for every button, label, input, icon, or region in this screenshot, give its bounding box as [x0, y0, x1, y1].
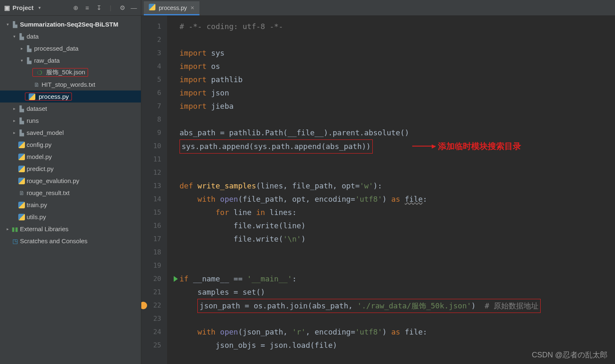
highlighted-code: sys.path.append(sys.path.append(abs_path… [180, 139, 373, 154]
code-text: './raw_data/服饰_50k.json' [357, 301, 471, 310]
tree-file-rouge-eval-py[interactable]: rouge_evalution.py [0, 175, 141, 187]
code-text: with [197, 327, 215, 336]
code-text: 'w' [360, 181, 374, 190]
scratches-icon: ◳ [11, 238, 19, 244]
code-content[interactable]: # -*- coding: utf-8 -*- import sys impor… [167, 16, 615, 364]
tree-folder-processed-data[interactable]: ▸ ▙ processed_data [0, 42, 141, 54]
code-text: as [391, 195, 400, 203]
code-text: file.write(line) [234, 221, 305, 230]
tree-label: processed_data [34, 45, 79, 52]
code-text: ) [471, 301, 485, 310]
tree-file-predict-py[interactable]: predict.py [0, 163, 141, 175]
tree-file-train-py[interactable]: train.py [0, 199, 141, 211]
project-label: Project [12, 4, 34, 11]
chevron-down-icon[interactable]: ▾ [18, 58, 25, 63]
code-text: , [305, 327, 315, 336]
hide-icon[interactable]: — [129, 3, 138, 12]
code-text: file.write( [234, 235, 283, 243]
tree-label: dataset [27, 105, 47, 112]
tree-label: Summarization-Seq2Seq-BiLSTM [20, 21, 118, 28]
collapse-icon[interactable]: ↧ [94, 3, 103, 12]
code-text: as [391, 327, 400, 336]
code-text: lines: [265, 208, 297, 217]
code-text: import [180, 75, 207, 84]
json-file-icon: ❍ [35, 69, 44, 76]
chevron-down-icon[interactable]: ▾ [11, 34, 17, 39]
tree-file-process-py[interactable]: process.py [0, 90, 141, 103]
annotation-text: 添加临时模块搜索目录 [438, 139, 521, 153]
tree-file-rouge-result-txt[interactable]: 🗎 rouge_result.txt [0, 187, 141, 199]
tree-folder-dataset[interactable]: ▸ ▙ dataset [0, 103, 141, 115]
tree-label: External Libraries [20, 225, 69, 232]
tree-label: train.py [27, 201, 47, 208]
watermark: CSDN @忍者の乱太郎 [532, 350, 608, 360]
code-text: import [180, 88, 207, 97]
tree-folder-data[interactable]: ▾ ▙ data [0, 30, 141, 42]
chevron-down-icon[interactable]: ▾ [4, 22, 11, 27]
tree-folder-raw-data[interactable]: ▾ ▙ raw_data [0, 54, 141, 66]
tree-file-model-py[interactable]: model.py [0, 151, 141, 163]
code-text: open [220, 327, 238, 336]
tree-label: utils.py [27, 213, 46, 220]
code-text: samples = set() [197, 288, 265, 296]
divider: | [106, 3, 115, 12]
project-dropdown[interactable]: ▣ Project ▼ [4, 4, 42, 12]
code-text: sys [211, 49, 225, 57]
code-text: with [197, 195, 215, 203]
code-text: json_path = os.path.join(abs_path, [199, 301, 357, 310]
tree-external-libraries[interactable]: ▸ ▮▮ External Libraries [0, 223, 141, 235]
editor-tab-process[interactable]: process.py ✕ [144, 1, 199, 15]
code-text: ) [382, 195, 391, 203]
tree-folder-runs[interactable]: ▸ ▙ runs [0, 115, 141, 127]
code-text: sys.path.append(sys.path.append(abs_path… [182, 142, 371, 151]
code-text: (json_path, [238, 327, 292, 336]
code-text: write_samples [197, 181, 256, 190]
tree-label: rouge_evalution.py [27, 177, 79, 184]
code-text: ) [301, 235, 306, 243]
tree-folder-saved-model[interactable]: ▸ ▙ saved_model [0, 127, 141, 139]
chevron-right-icon[interactable]: ▸ [11, 130, 17, 135]
chevron-right-icon[interactable]: ▸ [18, 46, 25, 51]
python-file-icon [149, 4, 155, 12]
close-icon[interactable]: ✕ [190, 5, 194, 11]
folder-icon: ▙ [17, 129, 26, 136]
annotation: 添加临时模块搜索目录 [412, 139, 521, 153]
code-text: jieba [211, 102, 234, 110]
tree-file-config-py[interactable]: config.py [0, 139, 141, 151]
intention-bulb-icon[interactable] [141, 302, 147, 309]
tree-file-fushi-json[interactable]: ❍ 服饰_50k.json [0, 66, 141, 78]
project-tree: ▾ ▙ Summarization-Seq2Seq-BiLSTM ▾ ▙ dat… [0, 16, 141, 247]
code-text: : [423, 195, 427, 203]
chevron-right-icon[interactable]: ▸ [4, 227, 11, 231]
code-text: # 原始数据地址 [485, 301, 539, 310]
chevron-right-icon[interactable]: ▸ [11, 106, 17, 111]
tree-label: predict.py [27, 165, 54, 172]
tree-label: config.py [27, 141, 52, 148]
tree-label: runs [27, 117, 39, 124]
gutter: 1234 5678 9101112 13141516 171819 20 21 … [141, 16, 167, 364]
tree-label: data [27, 33, 39, 40]
tree-label: saved_model [27, 129, 64, 136]
code-text: 'utf8' [355, 327, 382, 336]
editor-body[interactable]: 1234 5678 9101112 13141516 171819 20 21 … [141, 16, 615, 364]
editor-tabbar: process.py ✕ [141, 0, 615, 16]
tree-file-hit-stop[interactable]: 🗎 HIT_stop_words.txt [0, 78, 141, 90]
python-file-icon [17, 142, 26, 148]
code-text: = [351, 327, 355, 336]
code-text: (file_path, opt, [238, 195, 315, 203]
code-text: open [220, 195, 238, 203]
code-text: import [180, 49, 207, 57]
tree-root[interactable]: ▾ ▙ Summarization-Seq2Seq-BiLSTM [0, 18, 141, 30]
tree-scratches[interactable]: ◳ Scratches and Consoles [0, 235, 141, 247]
tree-label: HIT_stop_words.txt [42, 81, 95, 88]
settings-icon[interactable]: ⚙ [118, 3, 127, 12]
code-text: file [405, 195, 423, 203]
chevron-right-icon[interactable]: ▸ [11, 118, 17, 123]
expand-icon[interactable]: ≡ [83, 3, 92, 12]
tree-file-utils-py[interactable]: utils.py [0, 211, 141, 223]
folder-icon: ▙ [25, 45, 33, 52]
code-text: '\n' [283, 235, 301, 243]
code-text: (lines, file_path, opt= [256, 181, 359, 190]
editor-area: process.py ✕ 1234 5678 9101112 13141516 … [141, 0, 615, 364]
locate-icon[interactable]: ⊕ [71, 3, 80, 12]
